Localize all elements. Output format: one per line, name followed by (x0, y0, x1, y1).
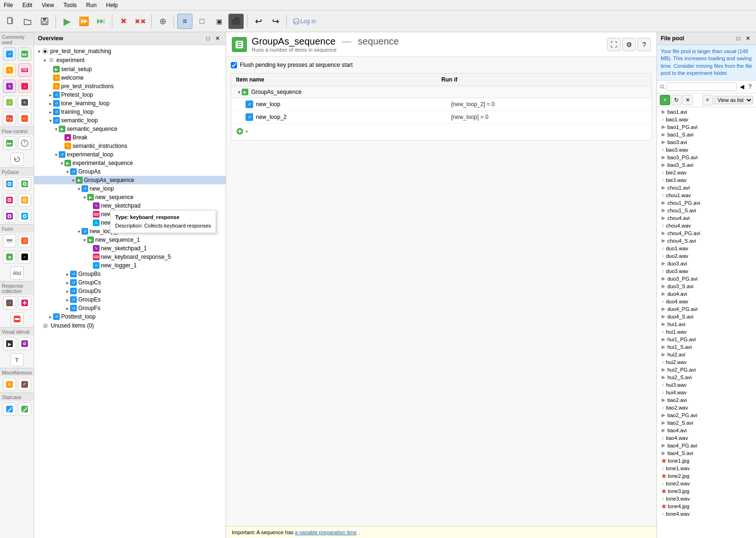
run-button[interactable]: ▶ (59, 14, 74, 29)
content-fullscreen-button[interactable]: ⛶ (607, 38, 620, 51)
inspector-button[interactable]: ⊕ (155, 14, 170, 29)
file-bao1-avi[interactable]: ▶bao1.avi (660, 108, 753, 116)
filepool-delete-button[interactable]: ✕ (683, 95, 693, 105)
file-tone2-wav[interactable]: ♪tone2.wav (660, 480, 753, 487)
toolbox-mouse-response[interactable]: 🖱 (3, 80, 16, 93)
overview-button[interactable]: ≡ (177, 14, 192, 29)
tree-item-experimental-sequence[interactable]: ▾ ▶ experimental_sequence (34, 159, 226, 167)
toolbox-vis2[interactable]: ✿ (18, 337, 31, 350)
tree-item-pretest-loop[interactable]: ▸ ↺ Pretest_loop (34, 91, 226, 99)
file-tone3-wav[interactable]: ♪tone3.wav (660, 495, 753, 502)
tree-item-groupes[interactable]: ▸ ↺ GroupEs (34, 295, 226, 304)
filepool-back-button[interactable]: ◀ (738, 82, 745, 91)
toolbox-pygaze3[interactable] (3, 193, 16, 207)
login-button[interactable]: Log in (290, 14, 319, 29)
table-row-new-loop[interactable]: ↺ new_loop [new_loop_2] = 0 (231, 98, 651, 111)
tree-item-groupas[interactable]: ▾ ↺ GroupAs (34, 167, 226, 176)
toggle-experimental-sequence[interactable]: ▾ (59, 160, 64, 166)
file-hui3-wav[interactable]: ♪hui3.wav (660, 381, 753, 389)
toggle-groupas-sequence[interactable]: ▾ (70, 177, 76, 183)
toolbox-sequence2[interactable]: ▶▶ (3, 137, 16, 150)
tree-item-unused[interactable]: ⊗ Unused items (0) (34, 321, 226, 330)
file-duo2-wav[interactable]: ♪duo2.wav (660, 252, 753, 260)
file-chou1-avi[interactable]: ▶chou1.avi (660, 184, 753, 191)
add-item-row[interactable]: ▾ (231, 124, 651, 140)
toolbox-stair2[interactable] (18, 402, 31, 416)
tree-item-pre-test[interactable]: ▾ ● pre_test_tone_matching (34, 47, 226, 55)
toolbox-keyboard-response[interactable]: ⌨ (18, 64, 31, 77)
toolbox-logger[interactable]: ≡ (18, 96, 31, 109)
menu-view[interactable]: View (40, 1, 56, 9)
group-toggle[interactable]: ▾ (236, 89, 242, 95)
toggle-posttest-loop[interactable]: ▸ (47, 314, 53, 319)
file-chou4-s-avi[interactable]: ▶chou4_S.avi (660, 237, 753, 245)
file-duo3-pg-avi[interactable]: ▶duo3_PG.avi (660, 275, 753, 283)
file-hui2-wav[interactable]: ♪hui2.wav (660, 358, 753, 366)
toggle-groupas[interactable]: ▾ (64, 169, 70, 174)
file-duo1-wav[interactable]: ♪duo1.wav (660, 245, 753, 252)
tree-item-experiment[interactable]: ▾ ⚙ experiment (34, 55, 226, 65)
file-tiao2-avi[interactable]: ▶tiao2.avi (660, 396, 753, 404)
file-hui1-s-avi[interactable]: ▶hui1_S.avi (660, 343, 753, 351)
run-fast-button[interactable]: ⏩ (76, 14, 91, 29)
file-tone3-jpg[interactable]: ▣tone3.jpg (660, 487, 753, 495)
toggle-tone-learning-loop[interactable]: ▸ (47, 100, 53, 106)
filepool-close-button[interactable]: ✕ (744, 34, 752, 43)
file-hui1-pg-avi[interactable]: ▶hui1_PG.avi (660, 336, 753, 343)
menu-edit[interactable]: Edit (20, 1, 34, 9)
toggle-groupds[interactable]: ▸ (64, 288, 70, 294)
file-tiao4-avi[interactable]: ▶tiao4.avi (660, 427, 753, 434)
toggle-experimental-loop[interactable]: ▾ (53, 152, 59, 157)
toolbox-pygaze1[interactable] (3, 177, 16, 191)
toolbox-vis1[interactable]: ▶ (3, 337, 16, 350)
tree-item-experimental-loop[interactable]: ▾ ↺ experimental_loop (34, 150, 226, 159)
file-duo4-s-avi[interactable]: ▶duo4_S.avi (660, 313, 753, 320)
file-hui1-avi[interactable]: ▶hui1.avi (660, 320, 753, 328)
file-chou1-wav[interactable]: ♪chou1.wav (660, 191, 753, 199)
toolbox-pygaze5[interactable] (3, 210, 16, 223)
toolbox-form1[interactable] (3, 234, 16, 247)
file-duo4-wav[interactable]: ♪duo4.wav (660, 298, 753, 305)
file-bao3-wav[interactable]: ♪bao3.wav (660, 146, 753, 154)
filepool-float-button[interactable]: □ (734, 34, 743, 43)
file-tiao4-pg-avi[interactable]: ▶tiao4_PG.avi (660, 442, 753, 449)
file-chou4-wav[interactable]: ♪chou4.wav (660, 222, 753, 229)
toolbox-pygaze4[interactable] (18, 193, 31, 207)
toggle-groupes[interactable]: ▸ (64, 297, 70, 302)
toggle-semantic-sequence[interactable]: ▾ (53, 126, 59, 132)
menu-help[interactable]: Help (104, 1, 120, 9)
tree-item-pre-test-instructions[interactable]: ✎ pre_test_instructions (34, 82, 226, 91)
toggle-experiment[interactable]: ▾ (42, 57, 47, 63)
file-tiao4-wav[interactable]: ♪tiao4.wav (660, 434, 753, 442)
abort-button[interactable]: ✖ (116, 14, 131, 29)
run-skip-button[interactable]: ⏭ (93, 14, 109, 29)
toggle-new-sequence[interactable]: ▾ (82, 194, 87, 200)
toolbox-resp3[interactable] (10, 312, 24, 326)
file-hui1-wav[interactable]: ♪hui1.wav (660, 328, 753, 336)
toolbox-form4[interactable]: ✓ (18, 250, 31, 264)
file-duo4-pg-avi[interactable]: ▶duo4_PG.avi (660, 305, 753, 313)
tree-item-new-sketchpad[interactable]: ✎ new_sketchpad (34, 201, 226, 210)
tree-item-break[interactable]: ■ Break (34, 133, 226, 142)
file-bao3-pg-avi[interactable]: ▶bao3_PG.avi (660, 154, 753, 161)
toggle-new-sequence-1[interactable]: ▾ (82, 237, 87, 243)
filepool-view-select[interactable]: View as list (714, 96, 753, 104)
tree-item-semantic-instructions[interactable]: ✎ semantic_instructions (34, 142, 226, 150)
toolbox-sampler[interactable]: ♪ (18, 80, 31, 93)
file-tone4-jpg[interactable]: ▣tone4.jpg (660, 502, 753, 510)
tree-item-new-sketchpad-1[interactable]: ✎ new_sketchpad_1 (34, 244, 226, 253)
file-tone2-jpg[interactable]: ▣tone2.jpg (660, 472, 753, 480)
toolbox-feedback[interactable]: ↩ (18, 112, 31, 125)
toggle-groupfs[interactable]: ▸ (64, 305, 70, 311)
table-row-new-loop-2[interactable]: ↺ new_loop_2 [new_loop] = 0 (231, 111, 651, 124)
toggle-semantic-loop[interactable]: ▾ (47, 118, 53, 123)
file-bie2-wav[interactable]: ♪bie2.wav (660, 169, 753, 176)
file-tiao2-pg-avi[interactable]: ▶tiao2_PG.avi (660, 411, 753, 419)
toolbox-vis3[interactable]: T (10, 353, 24, 366)
tree-item-serial-setup[interactable]: ▶ serial_setup (34, 65, 226, 73)
tree-item-new-sequence-1[interactable]: ▾ ▶ new_sequence_1 (34, 236, 226, 244)
tree-item-semantic-sequence[interactable]: ▾ ▶ semantic_sequence (34, 125, 226, 133)
tree-item-groupfs[interactable]: ▸ ↺ GroupFs (34, 304, 226, 312)
toggle-training-loop[interactable]: ▸ (47, 109, 53, 115)
toggle-pretest-loop[interactable]: ▸ (47, 92, 53, 98)
